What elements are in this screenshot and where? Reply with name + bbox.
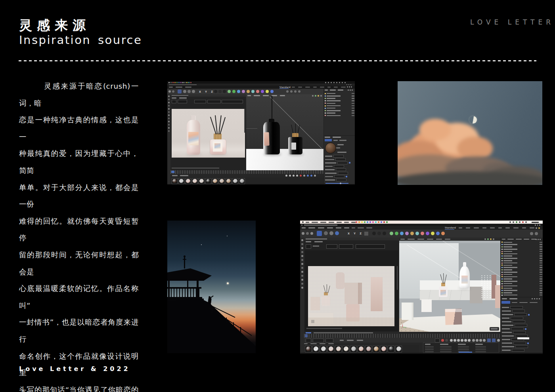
object-toggles — [352, 95, 354, 97]
material-sphere — [396, 346, 401, 351]
property-row — [324, 178, 355, 182]
property-input — [510, 306, 523, 309]
object-icon — [501, 265, 503, 266]
icon-dot — [516, 221, 517, 223]
object-name — [503, 272, 517, 273]
icon-dot — [294, 90, 297, 93]
icon-dot — [483, 339, 486, 342]
property-input — [511, 327, 524, 330]
property-label — [325, 176, 333, 177]
micro-text — [440, 348, 452, 350]
icon-dot — [285, 175, 287, 177]
icon-dot — [350, 89, 351, 91]
object-icon — [325, 115, 326, 116]
property-label — [502, 335, 514, 337]
icon-dot — [336, 82, 337, 83]
micro-text — [513, 227, 519, 228]
half-moon — [469, 116, 477, 124]
icon-dot — [386, 221, 388, 223]
icon-dot — [184, 82, 186, 83]
dashed-divider — [19, 60, 536, 61]
property-label — [502, 314, 513, 315]
object-name — [503, 267, 517, 268]
icon-dot — [361, 221, 363, 223]
object-name — [503, 263, 517, 264]
move-tool-selected — [317, 231, 322, 236]
star — [201, 244, 202, 245]
icon-dot — [174, 82, 176, 83]
micro-text — [524, 239, 529, 240]
object-toggles — [352, 110, 354, 111]
checkbox — [528, 314, 530, 316]
property-row — [324, 165, 355, 168]
material-sphere-preview — [325, 143, 336, 154]
icon-dot — [493, 238, 494, 240]
object-icon — [501, 258, 503, 259]
icon-dot — [525, 221, 527, 223]
tab-standard: Standard — [445, 226, 456, 229]
object-toggles — [540, 278, 542, 280]
micro-text — [306, 222, 309, 223]
icon-dot — [415, 232, 419, 235]
property-row — [324, 154, 355, 158]
icon-dot — [535, 232, 538, 235]
viewport — [399, 238, 500, 332]
micro-text — [427, 239, 433, 240]
icon-dot — [302, 232, 304, 235]
icon-dot — [325, 82, 326, 83]
icon-dot — [168, 121, 170, 122]
material-sphere — [359, 346, 364, 351]
icon-dot — [454, 339, 456, 342]
left-white-box — [402, 303, 413, 320]
object-icon — [501, 263, 503, 264]
checkbox — [346, 176, 347, 177]
icon-dot — [303, 175, 305, 177]
object-toggles — [540, 267, 542, 268]
micro-text — [408, 239, 415, 240]
icon-dot — [431, 232, 434, 235]
micro-text — [325, 89, 328, 91]
material-swatch — [212, 178, 218, 184]
icon-dot — [513, 221, 514, 223]
object-row — [501, 294, 543, 296]
object-toggles — [540, 285, 542, 287]
small-moon — [227, 282, 229, 284]
icon-dot — [318, 95, 319, 97]
icon-dot — [539, 225, 540, 226]
material-swatch — [365, 346, 372, 352]
material-swatch — [343, 346, 349, 352]
object-icon — [501, 274, 503, 275]
icon-dot — [168, 95, 170, 97]
object-icon — [501, 278, 503, 280]
micro-text — [172, 97, 176, 99]
slider — [325, 183, 348, 184]
micro-text — [522, 227, 526, 228]
material-swatch — [232, 178, 238, 184]
object-toggles — [540, 288, 542, 289]
icon-dot — [168, 114, 170, 116]
checkbox — [349, 162, 350, 164]
icon-dot — [472, 339, 475, 342]
property-input — [512, 349, 524, 352]
icon-dot — [176, 82, 178, 83]
scene — [399, 241, 500, 332]
object-toggles — [540, 255, 542, 257]
icon-dot — [342, 82, 343, 83]
micro-text — [440, 351, 452, 352]
icon-dot — [312, 95, 314, 97]
micro-text — [176, 87, 182, 88]
icon-dot — [367, 221, 368, 223]
material-sphere — [179, 179, 183, 183]
icon-dot — [286, 90, 289, 93]
property-row — [501, 341, 543, 345]
property-row — [501, 306, 543, 309]
object-icon — [325, 105, 326, 107]
object-toggles — [540, 253, 542, 255]
icon-dot — [534, 298, 535, 299]
micro-text — [425, 344, 431, 345]
micro-text — [530, 227, 534, 228]
property-label — [502, 350, 511, 351]
micro-text — [358, 227, 364, 228]
object-toggles — [540, 281, 542, 282]
material-sphere — [344, 346, 348, 351]
